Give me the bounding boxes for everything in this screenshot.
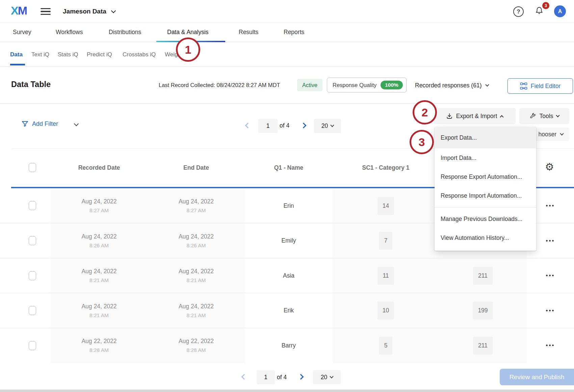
menu-item[interactable]: Manage Previous Downloads... — [435, 209, 536, 228]
top-bar: XM Jameson Data ? 3 A — [0, 0, 574, 23]
filter-chevron-down-icon[interactable] — [74, 121, 79, 126]
time-text: 8:27 AM — [187, 207, 206, 214]
row-checkbox[interactable] — [29, 306, 36, 315]
page-size-value: 20 — [321, 122, 328, 130]
review-and-publish-button[interactable]: Review and Publish — [500, 369, 574, 385]
chevron-down-icon — [111, 8, 116, 13]
menu-item[interactable]: Import Data... — [435, 148, 536, 167]
ellipsis-icon[interactable]: ••• — [546, 272, 555, 279]
subtab-weighting[interactable]: Weig — [165, 51, 178, 58]
category1-cell: 11 — [333, 258, 439, 293]
annotation-step-2: 2 — [413, 100, 437, 124]
ellipsis-icon[interactable]: ••• — [546, 237, 555, 244]
field-editor-button[interactable]: Field Editor — [507, 78, 573, 94]
recorded-date-cell: Aug 22, 20228:28 AM — [51, 328, 148, 363]
category1-value: 5 — [379, 337, 393, 355]
ellipsis-icon[interactable]: ••• — [546, 307, 555, 314]
xm-logo[interactable]: XM — [11, 4, 27, 17]
subtab-stats-iq[interactable]: Stats iQ — [58, 51, 78, 58]
category1-cell: 7 — [333, 223, 439, 258]
page-size-dropdown[interactable]: 20 — [313, 370, 341, 384]
tab-data-analysis[interactable]: Data & Analysis — [167, 29, 209, 36]
row-actions-cell: ••• — [527, 328, 574, 363]
menu-item[interactable]: Export Data... — [435, 127, 536, 148]
subtab-text-iq[interactable]: Text iQ — [31, 51, 49, 58]
row-checkbox[interactable] — [29, 236, 36, 245]
export-import-button[interactable]: Export & Import — [434, 108, 516, 124]
category2-value: 199 — [473, 302, 493, 319]
bottom-edge-bar — [0, 390, 574, 392]
column-header-sc1-category1[interactable]: SC1 - Category 1 — [333, 164, 439, 171]
tools-button[interactable]: Tools — [519, 108, 569, 124]
name-cell: Erik — [245, 293, 333, 328]
help-icon[interactable]: ? — [513, 6, 524, 17]
select-all-checkbox[interactable] — [29, 163, 36, 172]
workspace-selector[interactable]: Jameson Data — [63, 7, 115, 16]
time-text: 8:21 AM — [187, 277, 206, 283]
response-quality-label: Response Quality — [333, 82, 376, 88]
category2-cell: 211 — [439, 258, 527, 293]
category2-cell: 211 — [439, 328, 527, 363]
recorded-date-cell: Aug 24, 20228:21 AM — [51, 293, 148, 328]
column-header-q1-name[interactable]: Q1 - Name — [245, 164, 333, 171]
menu-item[interactable]: Response Export Automation... — [435, 167, 536, 186]
time-text: 8:28 AM — [89, 347, 109, 353]
subtab-data[interactable]: Data — [10, 51, 23, 58]
export-import-menu: Export Data...Import Data...Response Exp… — [435, 127, 536, 251]
ellipsis-icon[interactable]: ••• — [546, 202, 555, 209]
sub-nav: Data Text iQ Stats iQ Predict iQ Crossta… — [0, 42, 574, 67]
ellipsis-icon[interactable]: ••• — [546, 342, 555, 349]
page-number-box[interactable]: 1 — [258, 119, 278, 133]
end-date-cell: Aug 24, 20228:21 AM — [148, 258, 245, 293]
prev-page-icon[interactable] — [241, 374, 247, 380]
row-checkbox[interactable] — [29, 201, 36, 210]
row-checkbox[interactable] — [29, 271, 36, 280]
page-count-label: of 4 — [277, 374, 287, 381]
next-page-icon[interactable] — [301, 123, 307, 129]
tab-distributions[interactable]: Distributions — [109, 29, 141, 36]
row-checkbox[interactable] — [29, 341, 36, 350]
tab-workflows[interactable]: Workflows — [56, 29, 83, 36]
prev-page-icon[interactable] — [245, 123, 251, 129]
name-cell: Emily — [245, 223, 333, 258]
name-cell: Asia — [245, 258, 333, 293]
menu-item[interactable]: Response Import Automation... — [435, 186, 536, 205]
field-editor-label: Field Editor — [531, 83, 561, 90]
date-text: Aug 24, 2022 — [179, 268, 214, 275]
annotation-step-1: 1 — [176, 37, 200, 62]
chevron-down-icon — [331, 123, 334, 127]
response-quality-value: 100% — [381, 81, 403, 89]
hamburger-menu-icon[interactable] — [41, 8, 51, 15]
time-text: 8:26 AM — [89, 243, 109, 249]
chevron-down-icon — [556, 113, 560, 117]
export-import-label: Export & Import — [456, 113, 497, 120]
tab-reports[interactable]: Reports — [284, 29, 304, 36]
column-chooser-label: hooser — [538, 131, 556, 138]
menu-item[interactable]: View Automation History... — [435, 228, 536, 247]
row-actions-cell: ••• — [527, 293, 574, 328]
time-text: 8:21 AM — [89, 312, 109, 318]
page-number-box[interactable]: 1 — [257, 370, 275, 384]
time-text: 8:28 AM — [187, 347, 206, 353]
subtab-predict-iq[interactable]: Predict iQ — [87, 51, 112, 58]
subtab-crosstabs-iq[interactable]: Crosstabs iQ — [123, 51, 156, 58]
page-count-label: of 4 — [280, 122, 289, 129]
date-text: Aug 24, 2022 — [81, 198, 116, 205]
tab-results[interactable]: Results — [239, 29, 258, 36]
recorded-responses-dropdown[interactable]: Recorded responses (61) — [415, 80, 489, 90]
row-actions-cell: ••• — [527, 258, 574, 293]
column-header-end-date[interactable]: End Date — [148, 164, 245, 171]
response-quality-chip[interactable]: Response Quality 100% — [327, 78, 407, 92]
time-text: 8:27 AM — [89, 207, 109, 214]
name-cell: Barry — [245, 328, 333, 363]
next-page-icon[interactable] — [298, 374, 304, 380]
tab-survey[interactable]: Survey — [13, 29, 31, 36]
page-size-dropdown[interactable]: 20 — [314, 119, 341, 133]
end-date-cell: Aug 24, 20228:21 AM — [148, 293, 245, 328]
gear-icon[interactable]: ⚙ — [545, 161, 554, 173]
avatar[interactable]: A — [554, 5, 566, 17]
add-filter-button[interactable]: Add Filter — [21, 120, 58, 128]
time-text: 8:21 AM — [187, 312, 206, 318]
wrench-icon — [529, 113, 536, 119]
column-header-recorded-date[interactable]: Recorded Date — [51, 164, 148, 171]
